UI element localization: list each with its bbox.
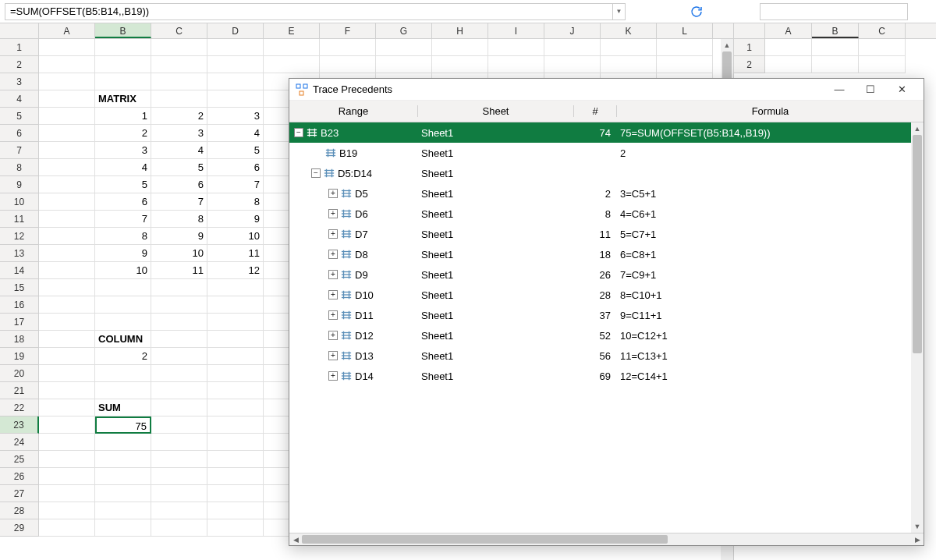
cell-L2[interactable] — [657, 56, 713, 73]
cell-D24[interactable] — [207, 434, 264, 451]
cell-E2[interactable] — [264, 56, 320, 73]
column-header-G[interactable]: G — [376, 23, 432, 38]
precedent-row-D6[interactable]: +D6Sheet184=C6+1 — [289, 204, 924, 224]
cell-C29[interactable] — [151, 519, 207, 537]
cell-A8[interactable] — [39, 159, 95, 176]
precedent-row-D14[interactable]: +D14Sheet16912=C14+1 — [289, 366, 924, 386]
scroll-left-arrow[interactable]: ◀ — [289, 533, 302, 545]
cell-B5[interactable]: 1 — [95, 108, 151, 125]
cell-B3[interactable] — [95, 73, 151, 90]
cell-H2[interactable] — [432, 56, 488, 73]
expand-toggle[interactable]: + — [328, 270, 338, 279]
cell-B17[interactable] — [95, 314, 151, 331]
cell-J1[interactable] — [544, 39, 601, 56]
cell-B29[interactable] — [95, 519, 151, 537]
cell-C12[interactable]: 9 — [151, 228, 207, 245]
header-number[interactable]: # — [574, 105, 617, 117]
row-header-29[interactable]: 29 — [0, 519, 39, 537]
cell-C4[interactable] — [151, 90, 207, 108]
cell-C16[interactable] — [151, 296, 207, 314]
cell-B24[interactable] — [95, 434, 151, 451]
cell-D4[interactable] — [207, 90, 264, 108]
row-header-11[interactable]: 11 — [0, 211, 39, 228]
cell-E1[interactable] — [264, 39, 320, 56]
cell-C14[interactable]: 11 — [151, 262, 207, 279]
cell-K2[interactable] — [601, 56, 657, 73]
cell-F2[interactable] — [320, 56, 376, 73]
cell-C21[interactable] — [151, 382, 207, 399]
cell-B12[interactable]: 8 — [95, 228, 151, 245]
column-header-E[interactable]: E — [264, 23, 320, 38]
precedent-row-D8[interactable]: +D8Sheet1186=C8+1 — [289, 244, 924, 264]
cell-I1[interactable] — [488, 39, 544, 56]
cell-D28[interactable] — [207, 502, 264, 519]
column-header-A[interactable]: A — [39, 23, 95, 38]
formula-dropdown-button[interactable]: ▼ — [613, 3, 626, 20]
cell-C2[interactable] — [151, 56, 207, 73]
cell-I2[interactable] — [488, 56, 544, 73]
row-header-20[interactable]: 20 — [0, 365, 39, 382]
row-header-10[interactable]: 10 — [0, 193, 39, 211]
cell-D19[interactable] — [207, 348, 264, 365]
cell-A18[interactable] — [39, 331, 95, 348]
cell-D12[interactable]: 10 — [207, 228, 264, 245]
cell-C27[interactable] — [151, 485, 207, 502]
cell-B19[interactable]: 2 — [95, 348, 151, 365]
cell-D27[interactable] — [207, 485, 264, 502]
cell-B26[interactable] — [95, 468, 151, 485]
row-header-24[interactable]: 24 — [0, 434, 39, 451]
column-header-K[interactable]: K — [601, 23, 657, 38]
cell-A26[interactable] — [39, 468, 95, 485]
column-header-right-B[interactable]: B — [812, 23, 859, 38]
cell-D17[interactable] — [207, 314, 264, 331]
cell-L1[interactable] — [657, 39, 713, 56]
scroll-up-arrow[interactable]: ▲ — [911, 122, 924, 135]
expand-toggle[interactable]: + — [328, 371, 338, 381]
cell-D22[interactable] — [207, 399, 264, 416]
expand-toggle[interactable]: − — [294, 128, 303, 137]
cell-A1[interactable] — [39, 39, 95, 56]
cell-A7[interactable] — [39, 142, 95, 159]
scroll-thumb-h[interactable] — [302, 535, 668, 544]
cell-D20[interactable] — [207, 365, 264, 382]
cell-A23[interactable] — [39, 416, 95, 434]
cell-C24[interactable] — [151, 434, 207, 451]
cell-right-B1[interactable] — [812, 39, 859, 56]
cell-B14[interactable]: 10 — [95, 262, 151, 279]
column-header-F[interactable]: F — [320, 23, 376, 38]
dialog-horizontal-scrollbar[interactable]: ◀ ▶ — [289, 533, 924, 545]
precedent-row-D12[interactable]: +D12Sheet15210=C12+1 — [289, 325, 924, 346]
column-header-B[interactable]: B — [95, 23, 151, 38]
maximize-button[interactable]: ☐ — [855, 79, 886, 101]
cell-D7[interactable]: 5 — [207, 142, 264, 159]
precedent-row-D5[interactable]: +D5Sheet123=C5+1 — [289, 183, 924, 204]
cell-D18[interactable] — [207, 331, 264, 348]
right-small-input[interactable] — [760, 3, 908, 20]
column-header-H[interactable]: H — [432, 23, 488, 38]
expand-toggle[interactable]: − — [311, 168, 321, 178]
cell-A28[interactable] — [39, 502, 95, 519]
cell-A14[interactable] — [39, 262, 95, 279]
cell-B20[interactable] — [95, 365, 151, 382]
row-header-9[interactable]: 9 — [0, 176, 39, 193]
row-header-17[interactable]: 17 — [0, 314, 39, 331]
cell-D1[interactable] — [207, 39, 264, 56]
scroll-right-arrow[interactable]: ▶ — [911, 533, 924, 545]
header-range[interactable]: Range — [289, 105, 418, 117]
row-header-19[interactable]: 19 — [0, 348, 39, 365]
row-header-2[interactable]: 2 — [0, 56, 39, 73]
cell-B7[interactable]: 3 — [95, 142, 151, 159]
row-header-22[interactable]: 22 — [0, 399, 39, 416]
row-header-8[interactable]: 8 — [0, 159, 39, 176]
cell-A6[interactable] — [39, 125, 95, 142]
cell-A21[interactable] — [39, 382, 95, 399]
expand-toggle[interactable]: + — [328, 331, 338, 340]
row-header-15[interactable]: 15 — [0, 279, 39, 296]
cell-C19[interactable] — [151, 348, 207, 365]
select-all-corner[interactable] — [0, 23, 39, 38]
cell-C3[interactable] — [151, 73, 207, 90]
cell-A12[interactable] — [39, 228, 95, 245]
cell-B28[interactable] — [95, 502, 151, 519]
cell-A4[interactable] — [39, 90, 95, 108]
row-header-18[interactable]: 18 — [0, 331, 39, 348]
